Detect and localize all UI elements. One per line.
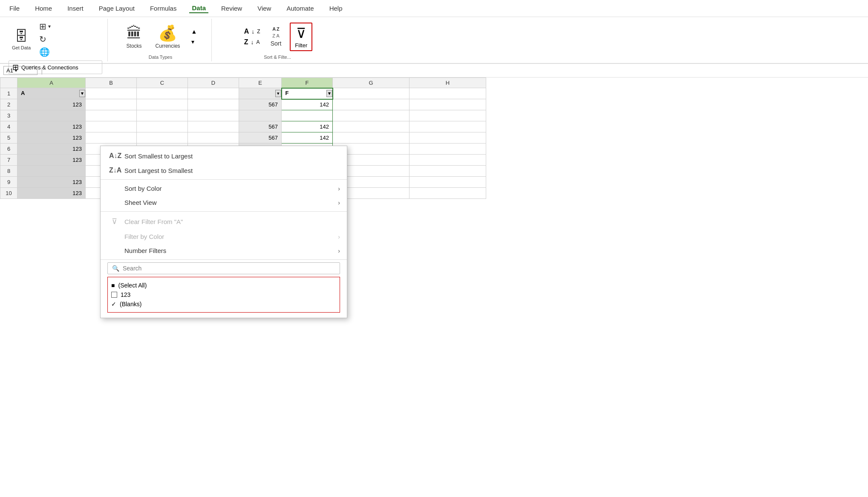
name-box-arrow[interactable]: ▾ [15,68,17,73]
currencies-button[interactable]: 💰 Currencies [152,23,184,51]
sort-za-arrow: ↓ [251,39,254,46]
ctx-number-filters[interactable]: Number Filters › [101,244,347,258]
scroll-down-btn[interactable]: ▾ [190,37,198,46]
get-data-button[interactable]: 🗄 Get Data [9,27,34,52]
menu-file[interactable]: File [7,4,22,13]
cell-H10[interactable] [409,188,486,199]
col-header-D[interactable]: D [188,78,239,88]
sort-az-icon: A [244,28,249,35]
filter-dropdown-E1[interactable]: ▾ [275,90,281,97]
cell-G3[interactable] [333,110,409,121]
cell-B2[interactable] [86,99,137,110]
cell-C2[interactable] [137,99,188,110]
name-box[interactable]: A1 ▾ [3,66,37,75]
cell-D5[interactable] [188,132,239,144]
cell-C1[interactable] [137,88,188,99]
menu-insert[interactable]: Insert [65,4,86,13]
cell-B4[interactable] [86,121,137,132]
ctx-sort-largest[interactable]: Z↓A Sort Largest to Smallest [101,163,347,178]
cell-D3[interactable] [188,110,239,121]
cell-C3[interactable] [137,110,188,121]
col-header-B[interactable]: B [86,78,137,88]
cell-E5[interactable]: 567 [239,132,282,144]
cell-G4[interactable] [333,121,409,132]
table-icon-btn[interactable]: ⊞ ▾ [37,20,52,32]
col-header-F[interactable]: F [282,78,333,88]
cell-A4[interactable]: 123 [17,121,86,132]
col-header-A[interactable]: A [17,78,86,88]
cell-H7[interactable] [409,155,486,166]
cell-H1[interactable] [409,88,486,99]
cell-F5[interactable]: 142 [282,132,333,144]
sort-az-small: Z [272,33,275,38]
cell-G5[interactable] [333,132,409,144]
col-header-G[interactable]: G [333,78,409,88]
stocks-button[interactable]: 🏛 Stocks [123,23,145,51]
ctx-sheet-view[interactable]: Sheet View › [101,195,347,210]
row-num-2: 2 [0,99,17,110]
cell-H2[interactable] [409,99,486,110]
cell-D2[interactable] [188,99,239,110]
cell-A9[interactable]: 123 [17,177,86,188]
cell-A8[interactable] [17,166,86,177]
cell-A1[interactable]: A ▾ [17,88,86,99]
cell-E1[interactable]: ▾ [239,88,282,99]
cell-A7[interactable]: 123 [17,155,86,166]
cell-B1[interactable] [86,88,137,99]
menu-page-layout[interactable]: Page Layout [96,4,137,13]
ctx-search-box[interactable]: 🔍 [107,262,340,274]
cell-C4[interactable] [137,121,188,132]
ctx-check-blanks[interactable]: ✓ (Blanks) [111,299,336,309]
cell-E3[interactable] [239,110,282,121]
menu-home[interactable]: Home [32,4,55,13]
cell-F4[interactable]: 142 [282,121,333,132]
cell-A10[interactable]: 123 [17,188,86,199]
refresh-btn[interactable]: ↻ [37,33,52,45]
cell-G2[interactable] [333,99,409,110]
cell-B5[interactable] [86,132,137,144]
menu-automate[interactable]: Automate [284,4,316,13]
col-header-C[interactable]: C [137,78,188,88]
cell-B3[interactable] [86,110,137,121]
menu-data[interactable]: Data [189,3,208,13]
cell-A2[interactable]: 123 [17,99,86,110]
cell-H5[interactable] [409,132,486,144]
col-header-E[interactable]: E [239,78,282,88]
sort-az-button[interactable]: A ↓ Z [242,27,262,36]
sort-button[interactable]: A Z Z A Sort [267,25,285,49]
cell-F3[interactable] [282,110,333,121]
ctx-check-select-all[interactable]: ■ (Select All) [111,281,336,290]
cell-H4[interactable] [409,121,486,132]
menu-formulas[interactable]: Formulas [147,4,179,13]
cell-E4[interactable]: 567 [239,121,282,132]
menu-view[interactable]: View [255,4,274,13]
cell-A3[interactable] [17,110,86,121]
cell-F2[interactable]: 142 [282,99,333,110]
cell-G1[interactable] [333,88,409,99]
ctx-check-123[interactable]: 123 [111,290,336,299]
scroll-up-btn[interactable]: ▲ [190,27,198,36]
filter-dropdown-F1[interactable]: ▾ [326,90,332,97]
arrow-icon: ▾ [48,23,51,29]
cell-D1[interactable] [188,88,239,99]
col-header-H[interactable]: H [409,78,486,88]
cell-E2[interactable]: 567 [239,99,282,110]
ctx-sort-by-color[interactable]: Sort by Color › [101,181,347,195]
cell-A6[interactable]: 123 [17,144,86,155]
filter-button[interactable]: ⊽ Filter [290,23,312,51]
cell-D4[interactable] [188,121,239,132]
ctx-sort-smallest[interactable]: A↓Z Sort Smallest to Largest [101,149,347,163]
cell-C5[interactable] [137,132,188,144]
cell-H8[interactable] [409,166,486,177]
search-input[interactable] [123,265,335,272]
web-btn[interactable]: 🌐 [37,46,52,58]
menu-review[interactable]: Review [219,4,245,13]
cell-A5[interactable]: 123 [17,132,86,144]
sort-za-button[interactable]: Z ↓ A [242,37,262,47]
filter-dropdown-A1[interactable]: ▾ [79,90,85,97]
menu-help[interactable]: Help [327,4,345,13]
cell-H6[interactable] [409,144,486,155]
cell-H9[interactable] [409,177,486,188]
cell-F1[interactable]: F ▾ [282,88,333,99]
cell-H3[interactable] [409,110,486,121]
